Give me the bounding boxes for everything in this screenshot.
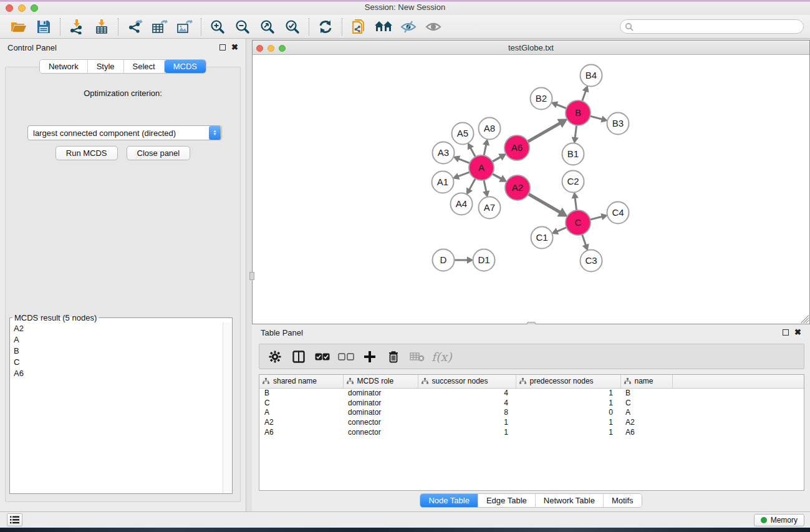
tab-node-table[interactable]: Node Table (420, 494, 478, 507)
edge-A-A1[interactable] (458, 172, 470, 177)
table-cell[interactable]: 0 (516, 408, 620, 418)
table-cell[interactable]: 1 (516, 388, 620, 398)
zoom-selected-button[interactable] (280, 17, 305, 37)
zoom-fit-button[interactable] (255, 17, 280, 37)
table-cell[interactable]: 8 (418, 408, 516, 418)
table-cell[interactable]: 1 (418, 427, 516, 437)
table-cell[interactable]: B (620, 388, 672, 398)
edge-A-A2[interactable] (493, 174, 501, 179)
mcds-result-item[interactable]: C (10, 356, 223, 367)
mcds-result-item[interactable]: A6 (10, 367, 223, 379)
edge-C-C3[interactable] (582, 235, 586, 245)
apply-function-button[interactable]: f(x) (430, 350, 452, 364)
zoom-in-button[interactable] (205, 17, 230, 37)
table-cell[interactable]: B (259, 388, 343, 398)
task-history-button[interactable] (7, 513, 22, 526)
table-cell[interactable]: 1 (516, 398, 620, 408)
search-input[interactable] (634, 22, 789, 31)
tab-motifs[interactable]: Motifs (604, 494, 642, 507)
float-panel-button[interactable] (219, 44, 226, 51)
close-table-panel-icon[interactable]: ✖ (794, 329, 801, 336)
table-row[interactable]: A2connector11A2 (259, 417, 804, 427)
delete-table-button[interactable] (407, 347, 428, 366)
table-cell[interactable]: dominator (343, 408, 418, 418)
table-settings-button[interactable] (264, 347, 286, 366)
edge-C-C4[interactable] (590, 216, 602, 220)
column-header-successor-nodes[interactable]: successor nodes (418, 375, 516, 388)
save-session-button[interactable] (31, 17, 56, 37)
table-cell[interactable]: A (620, 408, 672, 418)
table-row[interactable]: Cdominator41C (259, 398, 804, 408)
delete-columns-button[interactable] (383, 347, 404, 366)
tab-select[interactable]: Select (124, 60, 165, 73)
tab-network-table[interactable]: Network Table (536, 494, 604, 507)
edge-A-A4[interactable] (470, 179, 476, 190)
table-row[interactable]: Bdominator41B (259, 388, 804, 398)
table-cell[interactable]: dominator (343, 388, 418, 398)
column-header-MCDS-role[interactable]: MCDS role (343, 375, 418, 388)
table-cell[interactable]: A2 (259, 417, 343, 427)
column-header-shared-name[interactable]: shared name (259, 375, 343, 388)
edge-B-B2[interactable] (556, 104, 566, 108)
export-image-button[interactable] (172, 17, 197, 37)
column-header-predecessor-nodes[interactable]: predecessor nodes (516, 375, 620, 388)
network-window-titlebar[interactable]: testGlobe.txt (253, 41, 809, 55)
edge-B-B1[interactable] (575, 125, 576, 138)
tab-mcds[interactable]: MCDS (165, 60, 206, 73)
table-cell[interactable]: A2 (620, 417, 672, 427)
table-cell[interactable]: connector (343, 417, 418, 427)
export-network-button[interactable] (122, 17, 147, 37)
edge-B-B3[interactable] (590, 116, 602, 119)
table-cell[interactable]: 1 (516, 417, 620, 427)
memory-button[interactable]: Memory (754, 514, 804, 526)
edge-A-A8[interactable] (484, 145, 486, 156)
table-cell[interactable]: 1 (418, 417, 516, 427)
table-cell[interactable]: 4 (418, 388, 516, 398)
import-table-button[interactable] (89, 17, 114, 37)
tab-network[interactable]: Network (40, 60, 88, 73)
edge-A2-C[interactable] (528, 194, 560, 213)
export-table-button[interactable] (147, 17, 172, 37)
deselect-all-button[interactable] (335, 347, 357, 366)
mcds-result-item[interactable]: B (10, 345, 223, 356)
network-canvas[interactable]: AA1A2A3A4A5A6A7A8BB1B2B3B4CC1C2C3C4DD1 (253, 55, 809, 324)
edge-C-C2[interactable] (575, 198, 576, 210)
mcds-result-item[interactable]: A (10, 334, 223, 345)
criterion-select[interactable]: largest connected component (directed) ▲… (27, 125, 222, 140)
edge-A-A7[interactable] (484, 180, 486, 192)
hide-selected-button[interactable] (396, 17, 421, 37)
edge-B-B4[interactable] (582, 91, 586, 101)
edge-A-A3[interactable] (458, 159, 470, 163)
float-table-panel-button[interactable] (783, 329, 789, 336)
table-cell[interactable]: C (259, 398, 343, 408)
run-mcds-button[interactable]: Run MCDS (55, 146, 118, 160)
table-cell[interactable]: A6 (259, 427, 343, 437)
column-header-name[interactable]: name (620, 375, 672, 388)
table-cell[interactable]: A6 (620, 427, 672, 437)
close-panel-icon[interactable]: ✖ (231, 44, 238, 51)
edge-A-A6[interactable] (492, 157, 501, 162)
zoom-out-button[interactable] (230, 17, 255, 37)
table-cell[interactable]: C (620, 398, 672, 408)
tab-style[interactable]: Style (88, 60, 124, 73)
table-cell[interactable]: dominator (343, 398, 418, 408)
tab-edge-table[interactable]: Edge Table (478, 494, 536, 507)
select-all-button[interactable] (312, 347, 333, 366)
edge-C-C1[interactable] (557, 228, 566, 231)
home-button[interactable] (371, 17, 396, 37)
open-session-button[interactable] (6, 17, 31, 37)
table-cell[interactable]: 4 (418, 398, 516, 408)
edge-A6-B[interactable] (528, 123, 560, 142)
close-panel-button[interactable]: Close panel (127, 146, 191, 160)
split-panel-button[interactable] (288, 347, 309, 366)
refresh-button[interactable] (313, 17, 338, 37)
clone-network-button[interactable] (346, 17, 371, 37)
import-network-button[interactable] (64, 17, 89, 37)
edge-A-A5[interactable] (470, 148, 475, 157)
search-box[interactable] (620, 19, 804, 34)
table-cell[interactable]: connector (343, 427, 418, 437)
table-row[interactable]: A6connector11A6 (259, 427, 804, 437)
table-cell[interactable]: A (259, 408, 343, 418)
result-scrollbar[interactable] (223, 322, 232, 493)
add-column-button[interactable] (359, 347, 380, 366)
